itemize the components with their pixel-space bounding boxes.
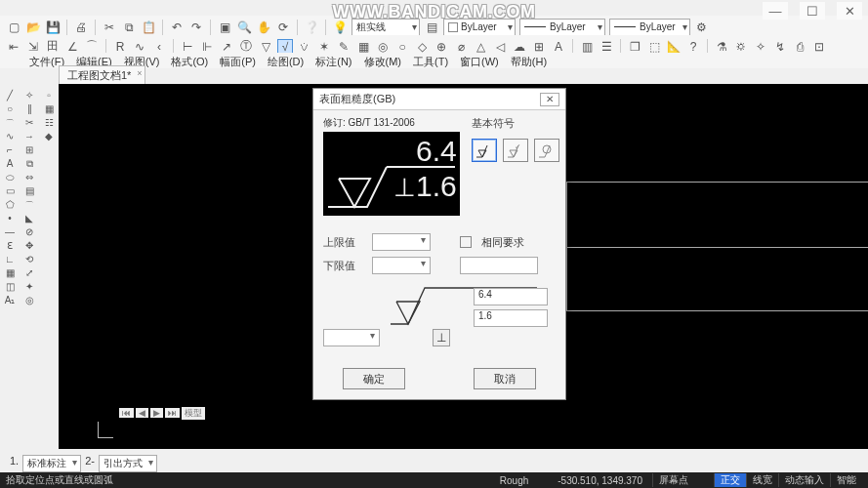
arc-tool-icon[interactable]: ⌒ xyxy=(2,117,18,130)
nav-prev-icon[interactable]: ◀ xyxy=(136,408,148,418)
mirror-tool-icon[interactable]: ⇔ xyxy=(21,172,37,184)
aux4-icon[interactable]: ◆ xyxy=(41,131,57,143)
lower-limit-combo[interactable] xyxy=(372,257,431,274)
circle-tool-icon[interactable]: ○ xyxy=(2,103,18,116)
grid-tool-icon[interactable]: ⊞ xyxy=(21,144,37,157)
lay-direction-combo[interactable] xyxy=(323,329,380,346)
line2-tool-icon[interactable]: — xyxy=(2,226,18,239)
dialog-close-icon[interactable]: ✕ xyxy=(540,93,559,106)
nav-next-icon[interactable]: ▶ xyxy=(150,408,163,418)
status-ortho[interactable]: 正交 xyxy=(714,473,746,487)
status-smart[interactable]: 智能 xyxy=(830,473,862,487)
aux1-icon[interactable]: ▫ xyxy=(41,90,57,102)
angle-tool-icon[interactable]: ∟ xyxy=(2,254,18,266)
line-tool-icon[interactable]: ╱ xyxy=(2,90,18,102)
same-req-input[interactable] xyxy=(460,257,538,274)
menu-tools[interactable]: 工具(T) xyxy=(413,55,448,66)
undo-icon[interactable]: ↶ xyxy=(169,20,185,35)
ellipse-tool-icon[interactable]: ⬭ xyxy=(2,172,18,184)
copy-icon[interactable]: ⧉ xyxy=(121,20,137,35)
menu-format[interactable]: 格式(O) xyxy=(171,55,208,66)
array-tool-icon[interactable]: ▤ xyxy=(21,185,37,198)
mode-2-combo[interactable]: 引出方式 xyxy=(99,455,157,472)
fillet-tool-icon[interactable]: ⌒ xyxy=(21,199,37,212)
other-tool-icon[interactable]: ◎ xyxy=(21,295,37,307)
cancel-button[interactable]: 取消 xyxy=(474,368,536,389)
zoom-window-icon[interactable]: 🔍 xyxy=(236,20,252,35)
window-controls: — ☐ ✕ xyxy=(763,2,862,20)
symbol-option-1[interactable] xyxy=(472,139,497,162)
polyline-tool-icon[interactable]: ⌐ xyxy=(2,144,18,157)
scale-tool-icon[interactable]: ⤢ xyxy=(21,267,37,280)
nav-last-icon[interactable]: ⏭ xyxy=(165,408,180,418)
symbol-option-3[interactable] xyxy=(534,139,559,162)
text-tool-icon[interactable]: A xyxy=(2,158,18,171)
status-prompt: 拾取定位点或直线或圆弧 xyxy=(6,473,113,487)
nav-first-icon[interactable]: ⏮ xyxy=(119,408,134,418)
break-tool-icon[interactable]: ⊘ xyxy=(21,226,37,239)
hatch-tool-icon[interactable]: ▦ xyxy=(2,267,18,280)
menu-frame[interactable]: 幅面(P) xyxy=(220,55,256,66)
paste-icon[interactable]: 📋 xyxy=(141,20,156,35)
symbol-option-2[interactable]: ✓ xyxy=(503,139,528,162)
trim-tool-icon[interactable]: ✂ xyxy=(21,117,37,130)
extend-tool-icon[interactable]: → xyxy=(21,131,37,143)
menu-window[interactable]: 窗口(W) xyxy=(460,55,499,66)
rect-tool-icon[interactable]: ▭ xyxy=(2,185,18,198)
perpendicular-button[interactable]: ⊥ xyxy=(433,329,450,346)
open-icon[interactable]: 📂 xyxy=(25,20,41,35)
print-icon[interactable]: 🖨 xyxy=(73,20,89,35)
lineweight-combo[interactable]: ByLayer xyxy=(609,19,690,36)
value-bottom-input[interactable]: 1.6 xyxy=(474,309,548,327)
status-lineweight[interactable]: 线宽 xyxy=(746,473,778,487)
upper-limit-combo[interactable] xyxy=(372,233,431,251)
spline-tool-icon[interactable]: ∿ xyxy=(2,131,18,143)
separator xyxy=(66,20,67,35)
status-screenpoint[interactable]: 屏幕点 xyxy=(652,473,694,487)
refresh-icon[interactable]: ⟳ xyxy=(275,20,291,35)
point-tool-icon[interactable]: • xyxy=(2,213,18,225)
mode-1-combo[interactable]: 标准标注 xyxy=(22,455,81,472)
offset-tool-icon[interactable]: ‖ xyxy=(21,103,37,116)
new-icon[interactable]: ▢ xyxy=(6,20,21,35)
rotate-tool-icon[interactable]: ⟲ xyxy=(21,254,37,266)
value-top-input[interactable]: 6.4 xyxy=(474,288,548,305)
minimize-button[interactable]: — xyxy=(763,2,788,20)
tool-icon[interactable]: ⚙ xyxy=(694,20,710,35)
dialog-titlebar[interactable]: 表面粗糙度(GB) ✕ xyxy=(313,89,565,110)
move-tool-icon[interactable]: ✥ xyxy=(21,240,37,253)
shape-tool-icon[interactable]: ⬠ xyxy=(2,199,18,212)
same-req-checkbox[interactable] xyxy=(460,236,472,248)
pan-icon[interactable]: ✋ xyxy=(256,20,271,35)
chamfer-tool-icon[interactable]: ◣ xyxy=(21,213,37,225)
save-icon[interactable]: 💾 xyxy=(45,20,61,35)
cut-icon[interactable]: ✂ xyxy=(102,20,117,35)
help-icon[interactable]: ❔ xyxy=(304,20,319,35)
upper-limit-label: 上限值 xyxy=(323,235,366,250)
status-command: Rough xyxy=(500,475,528,486)
curve-tool-icon[interactable]: Ɛ xyxy=(2,240,18,253)
aux3-icon[interactable]: ☷ xyxy=(41,117,57,130)
block-tool-icon[interactable]: ◫ xyxy=(2,281,18,294)
text2-tool-icon[interactable]: A₁ xyxy=(2,295,18,307)
status-dyninput[interactable]: 动态输入 xyxy=(778,473,830,487)
menu-draw[interactable]: 绘图(D) xyxy=(268,55,304,66)
revision-value: GB/T 131-2006 xyxy=(349,117,415,128)
menu-annotate[interactable]: 标注(N) xyxy=(315,55,351,66)
aux2-icon[interactable]: ▦ xyxy=(41,103,57,116)
symbol-preview-small: 6.4 1.6 xyxy=(323,280,556,329)
model-tab[interactable]: 模型 xyxy=(182,407,205,420)
menu-help[interactable]: 帮助(H) xyxy=(511,55,547,66)
close-button[interactable]: ✕ xyxy=(837,2,862,20)
svg-text:1.6: 1.6 xyxy=(416,170,457,202)
zoom-fit-icon[interactable]: ▣ xyxy=(217,20,232,35)
redo-icon[interactable]: ↷ xyxy=(188,20,204,35)
maximize-button[interactable]: ☐ xyxy=(800,2,825,20)
close-tab-icon[interactable]: × xyxy=(137,68,142,78)
copy-tool-icon[interactable]: ⧉ xyxy=(21,158,37,171)
construct-tool-icon[interactable]: ✧ xyxy=(21,90,37,102)
document-tab[interactable]: 工程图文档1* × xyxy=(59,65,145,85)
explode-tool-icon[interactable]: ✦ xyxy=(21,281,37,294)
menu-modify[interactable]: 修改(M) xyxy=(364,55,402,66)
ok-button[interactable]: 确定 xyxy=(343,368,405,389)
